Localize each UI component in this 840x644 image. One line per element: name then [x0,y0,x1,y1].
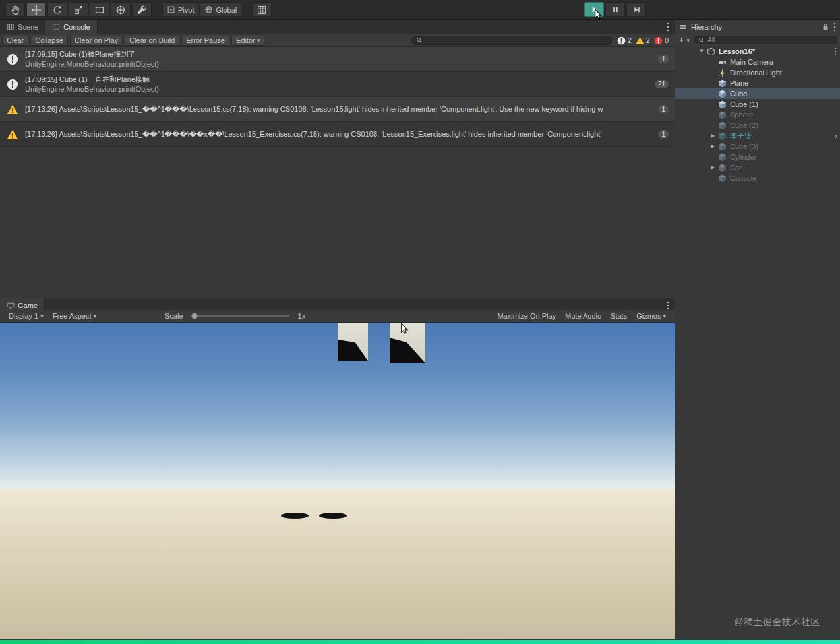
kebab-menu-icon[interactable] [833,22,836,32]
kebab-menu-icon [834,48,837,56]
scale-slider[interactable] [192,315,289,317]
rotate-tool-button[interactable] [47,2,67,17]
hierarchy-item-prefab[interactable]: 李子柒 [675,131,840,141]
transform-tool-icon [115,5,126,15]
clear-button[interactable]: Clear [2,36,28,46]
move-tool-icon [31,5,42,15]
grid-snap-button[interactable] [252,2,272,17]
collapse-count-badge: 21 [655,80,669,88]
aspect-dropdown[interactable]: Free Aspect [48,310,101,322]
move-tool-button[interactable] [26,2,46,17]
hand-tool-button[interactable] [5,2,25,17]
cube-icon [718,121,727,130]
light-icon [718,69,727,77]
item-label: Car [730,164,742,172]
pause-button[interactable] [605,2,625,17]
search-icon [698,37,705,44]
hierarchy-item[interactable]: Plane [675,78,840,88]
wrench-icon [136,5,147,15]
sphere-icon [718,111,727,119]
create-object-button[interactable] [678,35,691,45]
gizmos-dropdown[interactable]: Gizmos [632,312,671,320]
rect-tool-button[interactable] [90,2,109,17]
hierarchy-item-inactive[interactable]: Cube (2) [675,120,840,131]
expand-arrow-icon[interactable] [709,143,717,149]
console-tab-label: Console [63,23,90,31]
hierarchy-item-inactive[interactable]: Capsule [675,173,840,183]
lock-icon[interactable] [822,23,829,31]
prefab-icon [718,132,727,141]
transform-tool-button[interactable] [111,2,131,17]
error-pause-button[interactable]: Error Pause [181,36,229,46]
game-toolbar: Display 1 Free Aspect Scale 1x Maximize … [0,310,675,323]
global-toggle-button[interactable]: Global [200,2,241,17]
rect-tool-icon [94,5,105,15]
tab-scene[interactable]: Scene [0,20,45,34]
error-count-toggle[interactable]: 0 [654,36,669,45]
hierarchy-item[interactable]: Cube (1) [675,99,840,110]
hand-tool-icon [10,5,20,15]
hierarchy-header: Hierarchy [675,20,840,34]
expand-arrow-icon[interactable] [698,48,705,54]
console-toolbar: Clear Collapse Clear on Play Clear on Bu… [0,34,675,47]
console-log-row[interactable]: [17:09:15] Cube (1)一直在和Plane接触 UnityEngi… [0,72,675,97]
game-tab-label: Game [18,302,38,309]
rotate-tool-icon [52,5,63,15]
warning-icon [7,104,18,115]
maximize-on-play-button[interactable]: Maximize On Play [493,312,560,320]
collapse-button[interactable]: Collapse [30,36,68,46]
cube-shadow [281,513,309,519]
editor-dropdown[interactable]: Editor [231,36,264,46]
console-search-input[interactable] [411,36,612,45]
log-count-toggle[interactable]: 2 [617,36,632,45]
console-panel-menu-button[interactable] [661,20,675,34]
expand-arrow-icon[interactable] [709,133,717,139]
hierarchy-tree: Lesson16* Main Camera Directional Light … [675,46,840,183]
hierarchy-item[interactable]: Main Camera [675,57,840,67]
search-icon [416,37,423,44]
item-label: Cylinder [730,153,756,161]
open-prefab-arrow[interactable] [835,131,837,141]
warning-message: [17:13:26] Assets\Scripts\Lesson15_��^1�… [25,104,652,114]
game-viewport[interactable] [0,323,675,639]
warning-count-toggle[interactable]: 2 [636,36,650,45]
hierarchy-scene-row[interactable]: Lesson16* [675,46,840,57]
tab-console[interactable]: Console [45,20,97,34]
hierarchy-search-input[interactable]: All [694,36,837,44]
scale-slider-knob[interactable] [191,313,198,319]
custom-tool-button[interactable] [132,2,152,17]
hierarchy-item-inactive[interactable]: Cylinder [675,152,840,162]
globe-icon [204,5,213,14]
expand-arrow-icon[interactable] [709,164,717,170]
watermark-text: @稀土掘金技术社区 [734,616,820,628]
console-log-row[interactable]: [17:09:15] Cube (1)被Plane撞到了 UnityEngine… [0,47,675,72]
console-count-toggles: 2 2 0 [617,36,669,45]
step-button[interactable] [626,2,646,17]
clear-on-play-button[interactable]: Clear on Play [70,36,123,46]
log-icon [617,36,626,45]
hierarchy-title: Hierarchy [691,23,722,31]
mute-audio-button[interactable]: Mute Audio [560,312,606,320]
display-dropdown[interactable]: Display 1 [4,310,48,322]
stats-button[interactable]: Stats [606,312,632,320]
capsule-icon [718,174,727,183]
log-stacktrace: UnityEngine.MonoBehaviour:print(Object) [25,59,652,69]
clear-on-build-button[interactable]: Clear on Build [125,36,179,46]
cube-icon [718,143,727,151]
scene-menu-button[interactable] [834,48,837,56]
item-label: Plane [730,79,748,87]
console-warning-row[interactable]: [17:13:26] Assets\Scripts\Lesson15_��^1�… [0,97,675,122]
hierarchy-item-inactive[interactable]: Car [675,162,840,173]
scene-tab-label: Scene [18,23,38,31]
console-warning-row[interactable]: [17:13:26] Assets\Scripts\Lesson15_��^1�… [0,122,675,147]
collapse-count-badge: 1 [658,130,669,139]
pause-icon [611,5,620,14]
scale-tool-button[interactable] [69,2,88,17]
hierarchy-item-selected[interactable]: Cube [675,88,840,99]
log-icon [7,53,18,65]
hierarchy-item-inactive[interactable]: Sphere [675,110,840,120]
hierarchy-item-inactive[interactable]: Cube (3) [675,141,840,152]
camera-icon [718,58,727,67]
pivot-toggle-button[interactable]: Pivot [162,2,198,17]
hierarchy-item[interactable]: Directional Light [675,67,840,78]
